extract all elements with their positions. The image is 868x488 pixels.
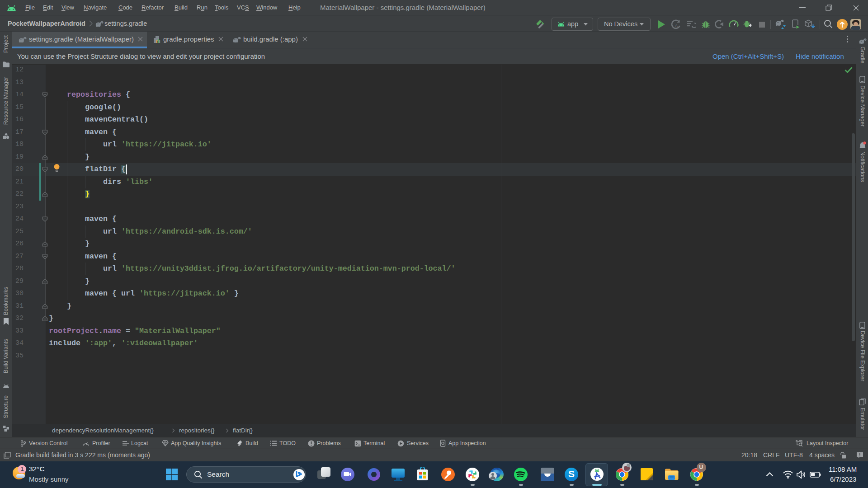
svg-text:A: A <box>675 23 678 28</box>
